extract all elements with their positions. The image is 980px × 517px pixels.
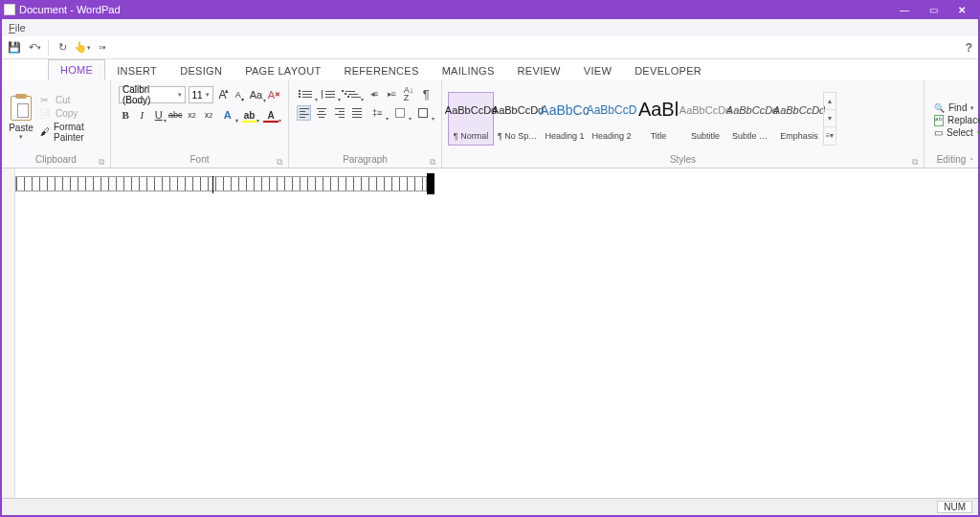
tab-references[interactable]: REFERENCES [332, 61, 430, 80]
multilevel-list-button[interactable]: ▾ [343, 86, 363, 101]
font-launcher-icon[interactable]: ⧉ [277, 157, 282, 168]
styles-launcher-icon[interactable]: ⧉ [912, 157, 918, 168]
copy-icon [40, 108, 52, 120]
quick-access-toolbar: 💾 ↶▾ ↻ 👆▾ ≡▾ ? [2, 36, 978, 59]
font-color-button[interactable]: A▾ [261, 107, 280, 123]
grow-font-button[interactable]: A▴ [216, 87, 229, 102]
close-button[interactable]: ✕ [947, 0, 976, 19]
style-heading-1[interactable]: AaBbCcHeading 1 [542, 92, 588, 146]
align-center-icon [317, 106, 326, 120]
font-name-combo[interactable]: Calibri (Body)▾ [119, 86, 186, 103]
bold-button[interactable]: B [119, 107, 132, 123]
maximize-button[interactable]: ▭ [919, 0, 947, 19]
multilevel-icon [345, 89, 361, 100]
style-emphasis[interactable]: AaBbCcDdEmphasis [776, 92, 822, 146]
format-painter-button[interactable]: Format Painter [40, 122, 106, 143]
italic-button[interactable]: I [135, 107, 148, 123]
paste-button[interactable]: Paste ▾ [6, 96, 36, 141]
find-button[interactable]: Find ▾ [934, 102, 969, 113]
bullets-button[interactable]: ▾ [297, 86, 317, 101]
help-icon[interactable]: ? [966, 41, 972, 55]
show-marks-button[interactable]: ¶ [419, 86, 434, 101]
minimize-button[interactable]: — [890, 0, 919, 19]
copy-button[interactable]: Copy [40, 108, 106, 120]
style-subtle-emphasis[interactable]: AaBbCcDdSubtle Em... [729, 92, 775, 146]
group-font: Calibri (Body)▾ 11▾ A▴ A▾ Aa▾ A✖ B I U▾ … [111, 80, 289, 168]
shading-icon [395, 108, 405, 118]
align-right-button[interactable] [332, 105, 346, 121]
format-painter-icon [40, 126, 50, 138]
tab-page-layout[interactable]: PAGE LAYOUT [234, 61, 332, 80]
decrease-indent-button[interactable]: ◂≡ [366, 86, 380, 101]
tab-developer[interactable]: DEVELOPER [623, 61, 713, 80]
replace-button[interactable]: Replace [934, 115, 969, 125]
bullets-icon [302, 89, 312, 100]
tab-review[interactable]: REVIEW [506, 61, 572, 80]
style-title[interactable]: AaBlTitle [635, 92, 681, 146]
ribbon: Paste ▾ Cut Copy Format Painter Clipboar… [2, 80, 978, 169]
tab-view[interactable]: VIEW [572, 61, 623, 80]
numbering-button[interactable]: ▾ [320, 86, 340, 101]
align-left-button[interactable] [297, 105, 311, 121]
group-styles-label: Styles [670, 154, 696, 165]
tab-mailings[interactable]: MAILINGS [431, 61, 506, 80]
group-editing: Find ▾ Replace Select ▾ Editing [924, 80, 978, 168]
find-icon [934, 102, 945, 113]
clear-formatting-button[interactable]: A✖ [268, 87, 280, 102]
shrink-font-button[interactable]: A▾ [232, 87, 244, 102]
num-lock-indicator: NUM [937, 501, 972, 513]
pilcrow-icon: ¶ [423, 87, 430, 101]
touch-mode-icon[interactable]: 👆▾ [74, 39, 91, 56]
tab-design[interactable]: DESIGN [168, 61, 234, 80]
style-normal[interactable]: AaBbCcDd¶ Normal [448, 92, 494, 146]
shading-button[interactable]: ▾ [390, 105, 411, 121]
qat-customize-icon[interactable]: ≡▾ [94, 39, 111, 56]
group-font-label: Font [189, 154, 209, 165]
styles-expand-icon[interactable]: ≡▾ [824, 127, 835, 144]
document-area[interactable] [2, 169, 978, 513]
sort-icon: A↓Z [404, 86, 414, 101]
file-menu[interactable]: File [6, 22, 29, 34]
ruler-cursor-marker [427, 173, 434, 194]
ribbon-tabs: HOME INSERT DESIGN PAGE LAYOUT REFERENCE… [2, 59, 978, 80]
subscript-button[interactable]: x2 [185, 107, 198, 123]
group-styles: AaBbCcDd¶ Normal AaBbCcDd¶ No Spac... Aa… [442, 80, 924, 168]
tab-insert[interactable]: INSERT [105, 61, 168, 80]
line-spacing-button[interactable]: ‡≡▾ [368, 105, 388, 121]
undo-icon[interactable]: ↶▾ [26, 39, 43, 56]
borders-button[interactable]: ▾ [413, 105, 434, 121]
paragraph-launcher-icon[interactable]: ⧉ [430, 157, 435, 168]
font-size-combo[interactable]: 11▾ [189, 86, 213, 103]
horizontal-ruler[interactable] [15, 176, 427, 195]
status-bar: NUM [2, 498, 978, 515]
style-subtitle[interactable]: AaBbCcDdSubtitle [682, 92, 728, 146]
align-center-button[interactable] [314, 105, 328, 121]
redo-icon[interactable]: ↻ [54, 39, 71, 56]
collapse-ribbon-icon[interactable]: ˄ [969, 157, 974, 167]
styles-gallery-scroll: ▴ ▾ ≡▾ [823, 92, 836, 146]
text-effects-button[interactable]: A▾ [218, 107, 237, 123]
app-icon [4, 4, 15, 15]
clipboard-launcher-icon[interactable]: ⧉ [99, 157, 104, 168]
change-case-button[interactable]: Aa▾ [247, 87, 264, 102]
cut-icon [40, 95, 52, 106]
save-icon[interactable]: 💾 [6, 39, 23, 56]
cut-button[interactable]: Cut [40, 95, 106, 106]
numbering-icon [325, 89, 335, 100]
style-heading-2[interactable]: AaBbCcDHeading 2 [589, 92, 635, 146]
paste-label: Paste [9, 123, 33, 133]
justify-button[interactable] [349, 105, 364, 121]
select-button[interactable]: Select ▾ [934, 127, 969, 138]
tab-home[interactable]: HOME [48, 59, 105, 80]
superscript-button[interactable]: x2 [202, 107, 215, 123]
group-paragraph-label: Paragraph [343, 154, 388, 165]
underline-button[interactable]: U▾ [152, 107, 166, 123]
strikethrough-button[interactable]: abc [168, 107, 183, 123]
style-no-spacing[interactable]: AaBbCcDd¶ No Spac... [495, 92, 541, 146]
sort-button[interactable]: A↓Z [401, 86, 415, 101]
increase-indent-button[interactable]: ▸≡ [384, 86, 398, 101]
vertical-ruler[interactable] [2, 169, 15, 513]
highlight-button[interactable]: ab▾ [240, 107, 259, 123]
styles-scroll-down-icon[interactable]: ▾ [824, 110, 835, 127]
styles-scroll-up-icon[interactable]: ▴ [824, 93, 835, 110]
